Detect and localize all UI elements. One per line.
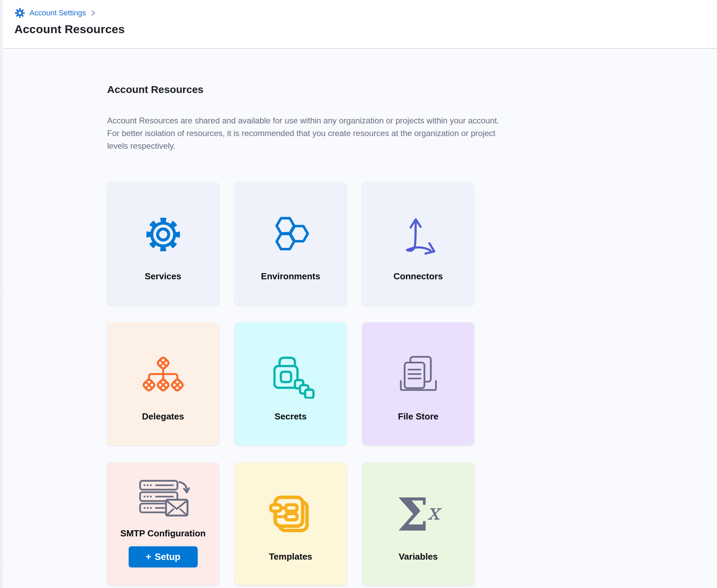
card-label: Connectors [393, 271, 443, 282]
services-gear-icon [143, 209, 183, 260]
card-label: Environments [261, 271, 320, 282]
card-secrets[interactable]: Secrets [235, 322, 347, 445]
account-settings-gear-icon [14, 8, 25, 18]
card-smtp-configuration[interactable]: SMTP Configuration + Setup [107, 463, 219, 585]
secrets-lock-chain-icon [267, 349, 315, 400]
card-variables[interactable]: Σ x Variables [362, 463, 474, 585]
smtp-server-mail-icon [136, 479, 190, 519]
card-services[interactable]: Services [107, 182, 219, 305]
card-label: SMTP Configuration [120, 528, 206, 539]
delegates-hierarchy-icon [141, 349, 186, 400]
file-store-documents-tray-icon [394, 349, 442, 400]
resource-card-grid: Services Environments [107, 182, 474, 585]
card-delegates[interactable]: Delegates [107, 322, 219, 445]
card-environments[interactable]: Environments [235, 182, 347, 305]
x-glyph: x [427, 501, 440, 523]
description-line: For better isolation of resources, it is… [107, 127, 717, 139]
environments-hexagons-icon [270, 209, 311, 260]
breadcrumb-chevron-icon [91, 10, 96, 16]
smtp-setup-button[interactable]: + Setup [129, 546, 198, 567]
breadcrumb-link-account-settings[interactable]: Account Settings [29, 9, 86, 17]
description-line: Account Resources are shared and availab… [107, 114, 717, 127]
card-label: Services [145, 271, 181, 282]
sigma-glyph: Σ [397, 492, 429, 537]
card-connectors[interactable]: Connectors [362, 182, 474, 305]
card-label: File Store [398, 411, 438, 422]
account-resources-page: Account Resources Account Resources are … [0, 50, 717, 588]
variables-sigma-icon: Σ x [397, 489, 440, 540]
card-file-store[interactable]: File Store [362, 322, 474, 445]
connectors-arrows-icon [401, 209, 436, 260]
top-header: Account Settings Account Resources [0, 0, 717, 49]
plus-icon: + [146, 552, 151, 562]
card-label: Secrets [275, 411, 307, 422]
breadcrumb: Account Settings [14, 7, 717, 19]
templates-stack-icon [269, 489, 313, 540]
card-label: Variables [399, 551, 438, 562]
section-heading: Account Resources [107, 83, 717, 96]
card-label: Delegates [142, 411, 184, 422]
description-line: levels respectively. [107, 139, 717, 152]
setup-button-label: Setup [155, 552, 180, 562]
page-title: Account Resources [14, 23, 717, 36]
section-description: Account Resources are shared and availab… [107, 114, 717, 152]
card-label: Templates [269, 551, 312, 562]
card-templates[interactable]: Templates [235, 463, 347, 585]
